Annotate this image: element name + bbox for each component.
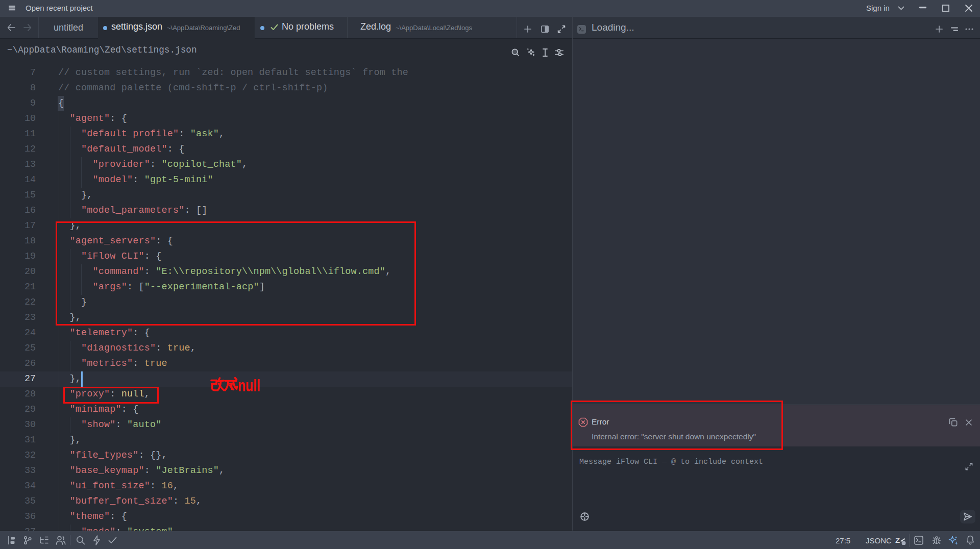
svg-text:null: null [238, 376, 260, 392]
